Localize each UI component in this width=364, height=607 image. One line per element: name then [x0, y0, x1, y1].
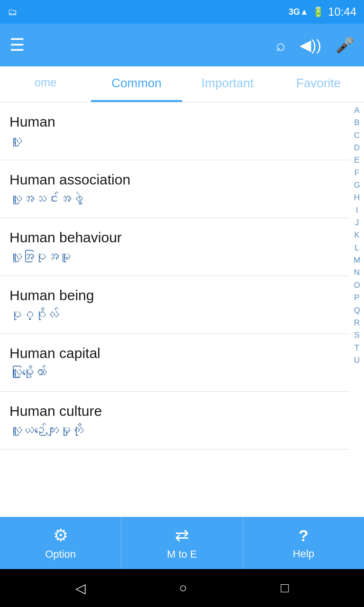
list-item[interactable]: Human လူ့	[0, 102, 350, 160]
word-myanmar: လူ့	[9, 134, 340, 148]
signal-icon: 3G▲	[289, 7, 309, 17]
alpha-K[interactable]: K	[350, 229, 364, 241]
alpha-A[interactable]: A	[350, 104, 364, 117]
back-button[interactable]: ◁	[75, 580, 86, 596]
toolbar: ☰ ⌕ ◀)) 🎤	[0, 24, 364, 66]
bottom-nav: ⚙ Option ⇄ M to E ? Help	[0, 517, 364, 569]
word-english: Human being	[9, 287, 340, 304]
help-button[interactable]: ? Help	[243, 517, 364, 569]
alpha-E[interactable]: E	[350, 154, 364, 166]
alpha-M[interactable]: M	[350, 254, 364, 267]
alpha-D[interactable]: D	[350, 142, 364, 154]
home-button[interactable]: ○	[179, 580, 187, 596]
alpha-O[interactable]: O	[350, 279, 364, 292]
help-label: Help	[293, 548, 314, 560]
alphabet-sidebar: A B C D E F G H I J K L M N O P Q R S T …	[350, 102, 364, 517]
word-myanmar: ပုဂ္ဂိုလ်	[9, 307, 340, 322]
alpha-N[interactable]: N	[350, 267, 364, 279]
tab-home[interactable]: ome	[0, 66, 91, 102]
option-button[interactable]: ⚙ Option	[0, 517, 121, 569]
tab-important[interactable]: Important	[182, 66, 273, 102]
menu-icon[interactable]: ☰	[9, 37, 25, 54]
alpha-C[interactable]: C	[350, 129, 364, 142]
alpha-R[interactable]: R	[350, 317, 364, 329]
list-item[interactable]: Human culture လူ့ယဉ်ကျေးမှုကို	[0, 392, 350, 450]
status-icons: 3G▲ 🔋 10:44	[289, 5, 356, 18]
mic-icon[interactable]: 🎤	[336, 36, 355, 54]
list-item[interactable]: Human association လူ့အသင်းအဖွဲ့	[0, 160, 350, 218]
list-item[interactable]: Human capital လူ့မြို့တော်	[0, 334, 350, 392]
word-list: Human လူ့ Human association လူ့အသင်းအဖွဲ…	[0, 102, 350, 517]
swap-icon: ⇄	[175, 525, 189, 545]
alpha-J[interactable]: J	[350, 217, 364, 229]
status-bar: 🗂 3G▲ 🔋 10:44	[0, 0, 364, 24]
alpha-T[interactable]: T	[350, 342, 364, 354]
gear-icon: ⚙	[53, 525, 68, 545]
alpha-B[interactable]: B	[350, 117, 364, 129]
option-label: Option	[45, 548, 76, 561]
m-to-e-button[interactable]: ⇄ M to E	[121, 517, 243, 569]
word-myanmar: လူ့မြို့တော်	[9, 365, 340, 380]
time-display: 10:44	[328, 5, 356, 18]
list-item[interactable]: Human behaviour လူ့အပြုအမူ	[0, 218, 350, 276]
alpha-F[interactable]: F	[350, 167, 364, 179]
alpha-S[interactable]: S	[350, 329, 364, 341]
tab-common[interactable]: Common	[91, 66, 182, 102]
m-to-e-label: M to E	[167, 548, 197, 561]
help-icon: ?	[299, 526, 309, 545]
toolbar-actions: ⌕ ◀)) 🎤	[276, 36, 355, 55]
recent-button[interactable]: □	[281, 580, 289, 596]
status-left: 🗂	[8, 6, 17, 18]
tab-bar: ome Common Important Favorite	[0, 66, 364, 102]
alpha-G[interactable]: G	[350, 179, 364, 192]
alpha-H[interactable]: H	[350, 192, 364, 204]
content-area: Human လူ့ Human association လူ့အသင်းအဖွဲ…	[0, 102, 364, 517]
list-item[interactable]: Human being ပုဂ္ဂိုလ်	[0, 276, 350, 334]
alpha-I[interactable]: I	[350, 204, 364, 217]
tab-favorite[interactable]: Favorite	[273, 66, 364, 102]
word-english: Human behaviour	[9, 230, 340, 246]
alpha-Q[interactable]: Q	[350, 304, 364, 317]
battery-icon: 🔋	[312, 6, 324, 18]
alpha-P[interactable]: P	[350, 292, 364, 304]
search-icon[interactable]: ⌕	[276, 36, 285, 55]
word-english: Human association	[9, 172, 340, 188]
word-english: Human	[9, 114, 340, 130]
alpha-L[interactable]: L	[350, 242, 364, 254]
word-myanmar: လူ့ယဉ်ကျေးမှုကို	[9, 423, 340, 438]
word-myanmar: လူ့အသင်းအဖွဲ့	[9, 192, 340, 206]
word-myanmar: လူ့အပြုအမူ	[9, 249, 340, 264]
word-english: Human culture	[9, 403, 340, 419]
system-nav: ◁ ○ □	[0, 569, 364, 607]
volume-icon[interactable]: ◀))	[300, 36, 321, 54]
word-english: Human capital	[9, 345, 340, 361]
alpha-U[interactable]: U	[350, 354, 364, 367]
